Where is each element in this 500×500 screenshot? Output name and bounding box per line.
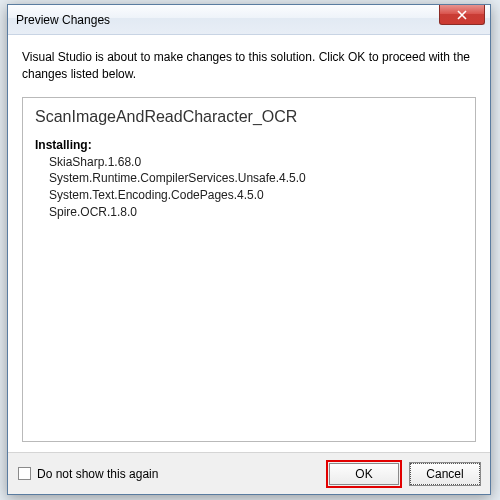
list-item: System.Text.Encoding.CodePages.4.5.0 [49, 187, 463, 204]
ok-button-highlight: OK [326, 460, 402, 488]
do-not-show-wrapper: Do not show this again [18, 467, 318, 481]
list-item: System.Runtime.CompilerServices.Unsafe.4… [49, 170, 463, 187]
do-not-show-checkbox[interactable] [18, 467, 31, 480]
ok-button-label: OK [355, 467, 372, 481]
package-list: SkiaSharp.1.68.0 System.Runtime.Compiler… [35, 154, 463, 221]
dialog-content: Visual Studio is about to make changes t… [8, 35, 490, 452]
dialog-footer: Do not show this again OK Cancel [8, 452, 490, 494]
list-item: SkiaSharp.1.68.0 [49, 154, 463, 171]
titlebar: Preview Changes [8, 5, 490, 35]
preview-changes-dialog: Preview Changes Visual Studio is about t… [7, 4, 491, 495]
installing-heading: Installing: [35, 138, 463, 152]
cancel-button[interactable]: Cancel [410, 463, 480, 485]
changes-list-box: ScanImageAndReadCharacter_OCR Installing… [22, 97, 476, 442]
close-icon [457, 10, 467, 20]
cancel-button-label: Cancel [426, 467, 463, 481]
ok-button[interactable]: OK [329, 463, 399, 485]
do-not-show-label: Do not show this again [37, 467, 158, 481]
close-button[interactable] [439, 5, 485, 25]
project-name: ScanImageAndReadCharacter_OCR [35, 108, 463, 126]
dialog-title: Preview Changes [16, 13, 110, 27]
list-item: Spire.OCR.1.8.0 [49, 204, 463, 221]
instruction-text: Visual Studio is about to make changes t… [22, 49, 476, 83]
